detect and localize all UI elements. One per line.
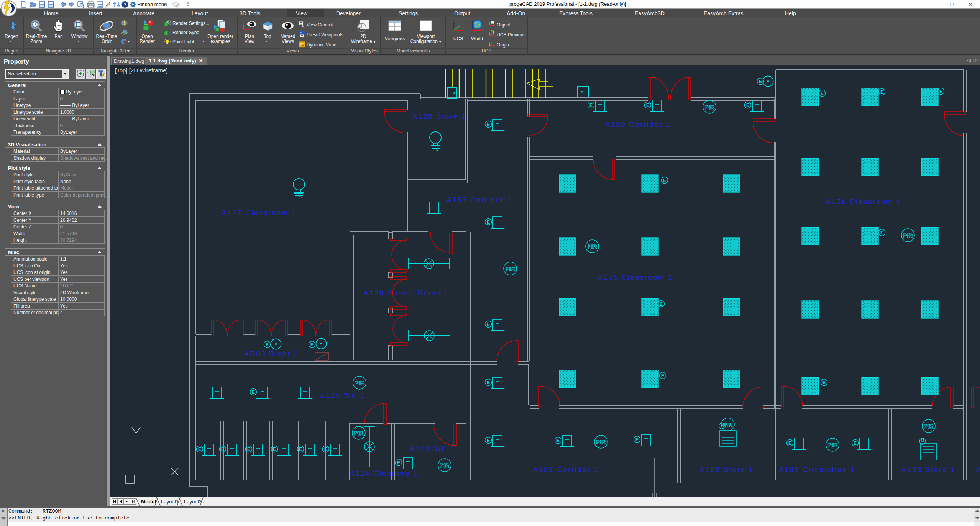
- svg-text:A130 Server Room 1: A130 Server Room 1: [364, 289, 449, 297]
- svg-text:M: M: [721, 424, 724, 428]
- svg-text:A128 Store 1: A128 Store 1: [412, 112, 466, 120]
- svg-text:A125 WC 1: A125 WC 1: [320, 391, 366, 399]
- svg-text:A127 Classroom 1: A127 Classroom 1: [222, 209, 297, 217]
- svg-text:A193 Circulation 1: A193 Circulation 1: [779, 465, 855, 474]
- svg-text:M: M: [921, 439, 924, 443]
- svg-text:A189 Corridor 1: A189 Corridor 1: [605, 120, 671, 128]
- svg-text:A124 Cleaners 1: A124 Cleaners 1: [350, 469, 418, 477]
- svg-text:A1: A1: [976, 465, 980, 474]
- svg-text:Layout2: Layout2: [184, 499, 202, 505]
- svg-text:A181 Corridor 1: A181 Corridor 1: [533, 465, 599, 474]
- svg-text:A182 Store 1: A182 Store 1: [700, 465, 754, 474]
- svg-text:Layout1: Layout1: [161, 499, 179, 505]
- svg-text:A176 Classroom 1: A176 Classroom 1: [826, 198, 901, 206]
- svg-text:*: *: [48, 0, 49, 5]
- svg-text:A183 Store 1: A183 Store 1: [901, 465, 955, 474]
- svg-text:Model: Model: [141, 499, 156, 505]
- svg-text:?: ?: [124, 2, 126, 7]
- svg-text:A123 WC 1: A123 WC 1: [410, 445, 456, 453]
- svg-text:AR03 Riser 2: AR03 Riser 2: [244, 350, 299, 358]
- svg-text:A175 Classroom 1: A175 Classroom 1: [598, 273, 673, 281]
- svg-text:[Top] [2D Wireframe]: [Top] [2D Wireframe]: [115, 67, 168, 74]
- svg-text:A156 Corridor 1: A156 Corridor 1: [446, 196, 512, 204]
